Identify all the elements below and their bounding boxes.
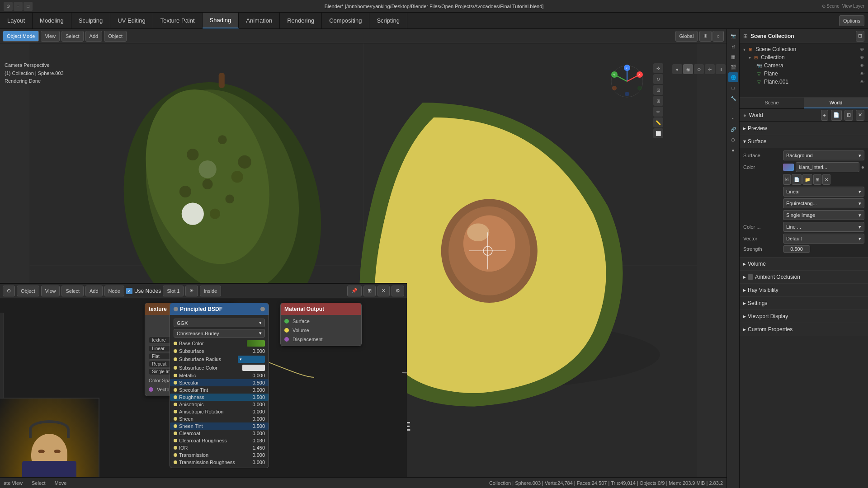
viewport-display-header[interactable]: ▸ Viewport Display xyxy=(740,310,868,323)
scene-icon[interactable]: 🎬 xyxy=(728,62,738,72)
subsurface-radius-socket[interactable] xyxy=(174,357,177,361)
plane-eye-icon[interactable]: 👁 xyxy=(860,71,864,76)
ki-icon-3[interactable]: 📁 xyxy=(802,174,812,185)
settings-header[interactable]: ▸ Settings xyxy=(740,297,868,310)
world-new-btn[interactable]: + xyxy=(821,110,828,121)
vector-dropdown[interactable]: Default ▾ xyxy=(783,234,864,244)
surface-socket-in[interactable] xyxy=(284,319,289,324)
view-layer-icon[interactable]: ▦ xyxy=(728,52,738,61)
metallic-socket[interactable] xyxy=(174,374,177,377)
minimize-btn[interactable]: − xyxy=(14,2,23,11)
tab-texture-paint[interactable]: Texture Paint xyxy=(153,13,203,28)
ki-icon-1[interactable]: ki xyxy=(783,174,791,185)
plane-item[interactable]: ▽ Plane 👁 xyxy=(741,70,866,78)
world-icon[interactable]: 🌐 xyxy=(728,72,738,82)
node-editor-mode-icon[interactable]: ⊙ xyxy=(3,286,15,296)
add-menu[interactable]: Add xyxy=(85,31,103,42)
ray-vis-header[interactable]: ▸ Ray Visibility xyxy=(740,284,868,296)
volume-header[interactable]: ▸ Volume xyxy=(740,258,868,270)
tab-rendering[interactable]: Rendering xyxy=(280,13,322,28)
aniso-rot-socket[interactable] xyxy=(174,410,177,413)
select-menu[interactable]: Select xyxy=(61,31,84,42)
transform-tool[interactable]: ⊞ xyxy=(653,96,663,106)
tab-uv-editing[interactable]: UV Editing xyxy=(110,13,153,28)
proportional-icon[interactable]: ○ xyxy=(712,31,724,42)
ior-socket[interactable] xyxy=(174,446,177,450)
color-line-dropdown[interactable]: Line ... ▾ xyxy=(783,222,864,232)
object-mode-dropdown[interactable]: Object Mode xyxy=(3,31,39,42)
single-image-dropdown[interactable]: Single Image ▾ xyxy=(783,210,864,220)
sheen-tint-socket[interactable] xyxy=(174,424,177,428)
viewport-shading-solid[interactable]: ● xyxy=(672,64,682,74)
move-tool[interactable]: ✛ xyxy=(653,63,663,73)
render-icon[interactable]: 📷 xyxy=(728,31,738,41)
linear-dropdown[interactable]: Linear ▾ xyxy=(783,187,864,197)
tab-compositing[interactable]: Compositing xyxy=(322,13,369,28)
nav-gizmo[interactable]: Z X Y xyxy=(609,63,645,101)
bsdf-socket-out[interactable] xyxy=(260,307,265,311)
tab-sculpting[interactable]: Sculpting xyxy=(71,13,110,28)
particles-icon[interactable]: · xyxy=(728,103,738,113)
subsurface-radius-bar[interactable]: ▾ xyxy=(238,356,265,363)
world-tab[interactable]: World xyxy=(804,98,868,108)
vector-socket-in[interactable] xyxy=(149,387,153,392)
world-delete-btn[interactable]: ✕ xyxy=(856,110,864,121)
modifier-icon[interactable]: 🔧 xyxy=(728,93,738,103)
clearcoat-socket[interactable] xyxy=(174,432,177,435)
inside-dropdown[interactable]: inside xyxy=(200,286,221,296)
output-icon[interactable]: 🖨 xyxy=(728,41,738,51)
specular-tint-socket[interactable] xyxy=(174,388,177,392)
options-btn[interactable]: Options xyxy=(839,15,864,26)
world-copy-btn[interactable]: ⊞ xyxy=(844,110,853,121)
surface-header[interactable]: ▾ Surface xyxy=(740,135,868,148)
node-node-menu[interactable]: Node xyxy=(104,286,124,296)
equirect-dropdown[interactable]: Equirectang... ▾ xyxy=(783,198,864,208)
tab-layout[interactable]: Layout xyxy=(0,13,33,28)
node-pin[interactable]: 📌 xyxy=(347,286,362,296)
clearcoat-rough-socket[interactable] xyxy=(174,439,177,442)
physics-icon[interactable]: ~ xyxy=(728,114,738,124)
custom-props-header[interactable]: ▸ Custom Properties xyxy=(740,323,868,336)
ki-icon-2[interactable]: 📄 xyxy=(792,174,802,185)
sun-icon[interactable]: ☀ xyxy=(185,286,198,296)
color-swatch[interactable] xyxy=(783,164,794,171)
annotate-tool[interactable]: ✏ xyxy=(653,107,663,117)
node-object-label[interactable]: Object xyxy=(17,286,39,296)
subsurface-socket[interactable] xyxy=(174,349,177,353)
tab-shading[interactable]: Shading xyxy=(203,13,239,28)
bsdf-socket-in[interactable] xyxy=(174,307,178,311)
roughness-socket[interactable] xyxy=(174,395,177,399)
subsurface-color-socket[interactable] xyxy=(174,366,177,370)
maximize-btn[interactable]: □ xyxy=(24,2,33,11)
viewport-bg[interactable]: Camera Perspective (1) Collection | Sphe… xyxy=(0,43,726,488)
ao-checkbox[interactable] xyxy=(748,274,753,280)
measure-tool[interactable]: 📏 xyxy=(653,117,663,127)
node-settings[interactable]: ⚙ xyxy=(392,286,404,296)
ki-icon-5[interactable]: ✕ xyxy=(822,174,830,185)
scene-tab[interactable]: Scene xyxy=(740,98,804,108)
object-data-icon[interactable]: □ xyxy=(728,83,738,93)
scale-tool[interactable]: ⊡ xyxy=(653,85,663,95)
specular-socket[interactable] xyxy=(174,381,177,385)
tab-modeling[interactable]: Modeling xyxy=(33,13,71,28)
surface-value-field[interactable]: Background ▾ xyxy=(783,150,864,160)
viewport-shading-rendered[interactable]: ◉ xyxy=(683,64,693,74)
scene-collection-item[interactable]: ▾ ⊞ Scene Collection 👁 xyxy=(741,45,866,53)
collection-filter[interactable]: ⊞ xyxy=(856,31,864,42)
object-data2-icon[interactable]: ⬡ xyxy=(728,135,738,145)
viewport-pause[interactable]: ⏸ xyxy=(716,64,726,74)
volume-socket-in[interactable] xyxy=(284,328,289,333)
color-value-field[interactable]: kiara_interi... xyxy=(796,162,859,172)
anisotropic-socket[interactable] xyxy=(174,403,177,406)
cam-eye-icon[interactable]: 👁 xyxy=(860,63,864,68)
viewport-gizmos[interactable]: ✛ xyxy=(705,64,715,74)
tab-animation[interactable]: Animation xyxy=(239,13,280,28)
scene-eye-icon[interactable]: 👁 xyxy=(860,47,864,52)
displacement-socket-in[interactable] xyxy=(284,337,289,342)
plane001-eye-icon[interactable]: 👁 xyxy=(860,80,864,84)
transmission-socket[interactable] xyxy=(174,453,177,457)
view-menu[interactable]: View xyxy=(41,31,60,42)
material-icon[interactable]: ● xyxy=(728,145,738,155)
use-nodes-checkbox[interactable]: ✓ xyxy=(126,288,132,294)
ao-header[interactable]: ▸ Ambient Occlusion xyxy=(740,271,868,283)
